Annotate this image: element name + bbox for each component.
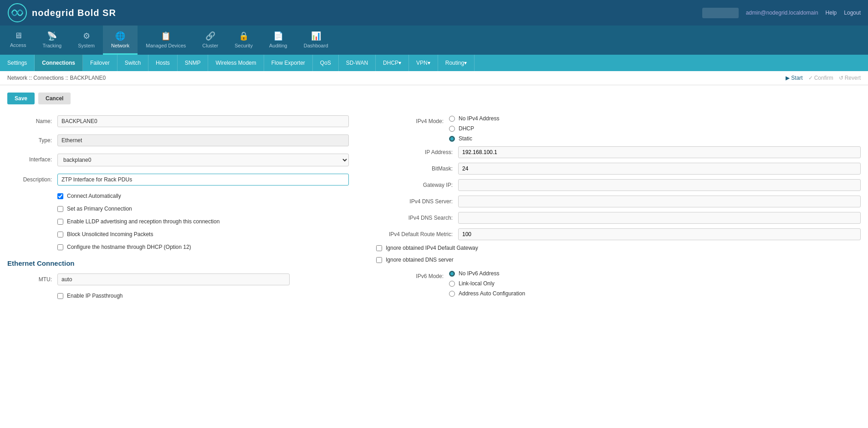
- nav-auditing-label: Auditing: [269, 43, 287, 48]
- nav-access[interactable]: 🖥 Access: [2, 26, 34, 55]
- subnav-connections[interactable]: Connections: [35, 55, 83, 71]
- ipv6-link-local-radio[interactable]: [449, 281, 455, 287]
- ip-passthrough-label[interactable]: Enable IP Passthrough: [67, 293, 123, 299]
- block-unsolicited-checkbox[interactable]: [57, 232, 63, 237]
- nav-dashboard[interactable]: 📊 Dashboard: [296, 26, 337, 55]
- subnav-wireless-modem[interactable]: Wireless Modem: [208, 55, 264, 71]
- ipv6-radio-group: No IPv6 Address Link-local Only Address …: [449, 270, 861, 297]
- ipv4-none-radio[interactable]: [449, 116, 455, 122]
- dns-search-input[interactable]: [458, 212, 861, 224]
- nav-cluster[interactable]: 🔗 Cluster: [194, 26, 226, 55]
- nav-auditing[interactable]: 📄 Auditing: [261, 26, 296, 55]
- ip-address-input[interactable]: [458, 146, 861, 158]
- network-icon: 🌐: [115, 31, 125, 41]
- ignore-dns-label[interactable]: Ignore obtained DNS server: [386, 257, 454, 263]
- ipv4-mode-row: IPv4 Mode: No IPv4 Address DHCP: [367, 115, 861, 142]
- subnav-snmp[interactable]: SNMP: [178, 55, 209, 71]
- nav-tracking[interactable]: 📡 Tracking: [34, 26, 70, 55]
- default-route-metric-label: IPv4 Default Route Metric:: [367, 231, 458, 237]
- search-input[interactable]: [702, 8, 739, 18]
- dns-server-row: IPv4 DNS Server:: [367, 196, 861, 207]
- subnav-settings[interactable]: Settings: [0, 55, 35, 71]
- confirm-button[interactable]: ✓ Confirm: [808, 75, 833, 81]
- ipv4-radio-group: No IPv4 Address DHCP Static: [449, 115, 861, 142]
- ignore-gateway-checkbox[interactable]: [376, 245, 382, 251]
- ipv4-mode-label: IPv4 Mode:: [367, 115, 449, 124]
- primary-conn-checkbox[interactable]: [57, 206, 63, 212]
- name-input[interactable]: [57, 115, 349, 127]
- name-label: Name:: [7, 115, 57, 124]
- nav-access-label: Access: [10, 42, 26, 48]
- ignore-dns-checkbox[interactable]: [376, 257, 382, 263]
- ipv6-link-local-option[interactable]: Link-local Only: [449, 280, 861, 287]
- primary-conn-label[interactable]: Set as Primary Connection: [67, 206, 132, 212]
- connect-auto-label[interactable]: Connect Automatically: [67, 193, 121, 199]
- form-layout: Name: Type: Interface: backplane0 Descri…: [7, 115, 861, 305]
- interface-row: Interface: backplane0: [7, 154, 349, 166]
- help-link[interactable]: Help: [826, 10, 837, 16]
- cluster-icon: 🔗: [205, 31, 215, 41]
- start-button[interactable]: ▶ Start: [786, 75, 802, 81]
- ip-passthrough-checkbox[interactable]: [57, 293, 63, 299]
- ip-passthrough-row: Enable IP Passthrough: [7, 293, 349, 299]
- hostname-dhcp-label[interactable]: Configure the hostname through DHCP (Opt…: [67, 244, 191, 250]
- ipv4-static-option[interactable]: Static: [449, 135, 861, 142]
- lldp-label[interactable]: Enable LLDP advertising and reception th…: [67, 218, 220, 225]
- breadcrumb-actions: ▶ Start ✓ Confirm ↺ Revert: [786, 75, 861, 81]
- dns-server-label: IPv4 DNS Server:: [367, 198, 458, 205]
- ipv4-mode-options: No IPv4 Address DHCP Static: [449, 115, 861, 142]
- lldp-checkbox[interactable]: [57, 219, 63, 225]
- ipv6-auto-label: Address Auto Configuration: [459, 290, 525, 297]
- ipv6-auto-option[interactable]: Address Auto Configuration: [449, 290, 861, 297]
- block-unsolicited-row: Block Unsolicited Incoming Packets: [7, 231, 349, 237]
- block-unsolicited-label[interactable]: Block Unsolicited Incoming Packets: [67, 231, 153, 237]
- nav-system[interactable]: ⚙ System: [70, 26, 103, 55]
- user-info[interactable]: admin@nodegrid.localdomain: [746, 10, 818, 16]
- nav-security-label: Security: [235, 43, 253, 48]
- dns-search-label: IPv4 DNS Search:: [367, 215, 458, 221]
- ipv4-static-radio[interactable]: [449, 136, 455, 142]
- subnav-routing[interactable]: Routing: [438, 55, 475, 71]
- bitmask-input[interactable]: [458, 163, 861, 175]
- ipv6-auto-radio[interactable]: [449, 291, 455, 297]
- subnav-hosts[interactable]: Hosts: [148, 55, 178, 71]
- ipv4-dhcp-option[interactable]: DHCP: [449, 125, 861, 132]
- gateway-ip-input[interactable]: [458, 179, 861, 191]
- default-route-metric-input[interactable]: [458, 228, 861, 240]
- subnav-sd-wan[interactable]: SD-WAN: [339, 55, 376, 71]
- save-button[interactable]: Save: [7, 93, 35, 104]
- mtu-input[interactable]: [57, 273, 290, 285]
- nav-managed-devices[interactable]: 📋 Managed Devices: [138, 26, 194, 55]
- logout-link[interactable]: Logout: [844, 10, 861, 16]
- gateway-ip-row: Gateway IP:: [367, 179, 861, 191]
- ipv4-none-option[interactable]: No IPv4 Address: [449, 115, 861, 122]
- mtu-row: MTU:: [7, 273, 349, 285]
- logo-icon: [7, 3, 27, 23]
- ipv6-none-option[interactable]: No IPv6 Address: [449, 270, 861, 277]
- nav-security[interactable]: 🔒 Security: [226, 26, 261, 55]
- subnav-vpn[interactable]: VPN: [409, 55, 438, 71]
- dns-server-input[interactable]: [458, 196, 861, 207]
- hostname-dhcp-checkbox[interactable]: [57, 244, 63, 250]
- type-input[interactable]: [57, 134, 349, 146]
- ipv6-none-radio[interactable]: [449, 271, 455, 277]
- start-icon: ▶: [786, 75, 790, 81]
- content-area: Save Cancel Name: Type: Interface: backp…: [0, 85, 868, 428]
- subnav-failover[interactable]: Failover: [83, 55, 117, 71]
- cancel-button[interactable]: Cancel: [38, 93, 71, 104]
- ignore-gateway-label[interactable]: Ignore obtained IPv4 Default Gateway: [386, 245, 478, 251]
- interface-select[interactable]: backplane0: [57, 154, 349, 166]
- hostname-dhcp-row: Configure the hostname through DHCP (Opt…: [7, 244, 349, 250]
- subnav-switch[interactable]: Switch: [117, 55, 148, 71]
- nav-network[interactable]: 🌐 Network: [103, 26, 138, 55]
- ipv4-dhcp-radio[interactable]: [449, 126, 455, 132]
- description-input[interactable]: [57, 174, 349, 186]
- auditing-icon: 📄: [273, 31, 283, 41]
- top-bar: nodegrid Bold SR admin@nodegrid.localdom…: [0, 0, 868, 26]
- subnav-dhcp[interactable]: DHCP: [376, 55, 409, 71]
- dns-search-row: IPv4 DNS Search:: [367, 212, 861, 224]
- connect-auto-checkbox[interactable]: [57, 193, 63, 199]
- subnav-flow-exporter[interactable]: Flow Exporter: [264, 55, 313, 71]
- subnav-qos[interactable]: QoS: [313, 55, 339, 71]
- revert-button[interactable]: ↺ Revert: [839, 75, 861, 81]
